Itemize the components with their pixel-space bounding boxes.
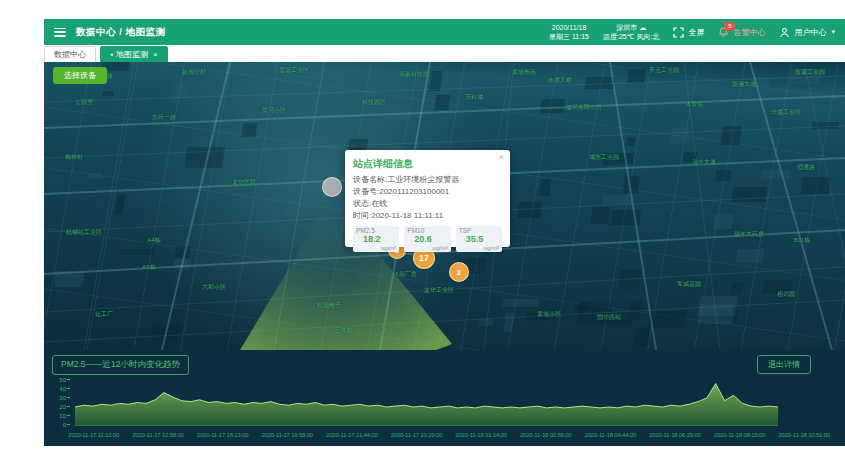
exit-detail-button[interactable]: 退出详情 (757, 355, 811, 374)
fullscreen-icon (673, 27, 684, 38)
trend-chart-panel: PM2.5——近12小时内变化趋势 退出详情 50403020100 2020-… (44, 350, 845, 446)
metric-value: 20.6 (414, 234, 432, 244)
metric-card-tsp: TSP35.5ug/m³ (456, 226, 502, 252)
x-axis-tick-label: 2020-11-17 11:12:00 (68, 432, 119, 438)
tab-bar: 数据中心●地图监测× (44, 46, 845, 62)
x-axis-tick-label: 2020-11-18 08:15:00 (714, 432, 765, 438)
top-header-bar: 数据中心 / 地图监测 2020/11/18 星期三 11:15 深圳市 ☁ 温… (44, 19, 845, 45)
metric-unit: ug/m³ (381, 245, 396, 251)
popup-info-line: 状态:在线 (353, 198, 502, 210)
metric-name: TSP (459, 227, 472, 234)
x-axis-tick-label: 2020-11-17 12:58:00 (132, 432, 183, 438)
tab-close-icon[interactable]: × (153, 50, 158, 59)
metric-name: PM10 (407, 227, 424, 234)
user-icon (779, 27, 790, 38)
cloud-icon: ☁ (639, 24, 646, 31)
station-detail-popup: × 站点详细信息 设备名称:工业环境粉尘报警器设备号:2020111203100… (345, 150, 510, 247)
x-axis-labels: 2020-11-17 11:12:002020-11-17 12:58:0020… (68, 432, 830, 438)
popup-info-lines: 设备名称:工业环境粉尘报警器设备号:2020111203100001状态:在线时… (353, 174, 502, 222)
popup-metrics-row: PM2.518.2ug/m³PM1020.6ug/m³TSP35.5ug/m³ (353, 226, 502, 252)
metric-value: 35.5 (466, 234, 484, 244)
device-marker[interactable] (322, 177, 342, 197)
alarm-center-label: 告警中心 (733, 27, 765, 38)
metric-name: PM2.5 (356, 227, 375, 234)
x-axis-tick-label: 2020-11-18 06:29:00 (649, 432, 700, 438)
x-axis-tick-label: 2020-11-17 18:13:00 (197, 432, 248, 438)
active-tab-dot-icon: ● (110, 52, 113, 57)
x-axis-tick-label: 2020-11-18 01:14:00 (455, 432, 506, 438)
close-icon[interactable]: × (498, 153, 504, 163)
x-axis-tick-label: 2020-11-18 10:51:00 (778, 432, 829, 438)
y-axis-tick-label: 20 (44, 404, 70, 410)
datetime-display: 2020/11/18 星期三 11:15 (549, 23, 589, 42)
y-axis-tick-label: 10 (44, 413, 70, 419)
x-axis-tick-label: 2020-11-17 23:29:00 (391, 432, 442, 438)
date-text: 2020/11/18 (549, 23, 589, 33)
tab-data-center[interactable]: 数据中心 (44, 46, 96, 63)
tab-label: 地图监测 (116, 49, 148, 60)
popup-info-line: 设备号:2020111203100001 (353, 186, 502, 198)
metric-value: 18.2 (363, 234, 381, 244)
select-device-button[interactable]: 选择设备 (53, 67, 107, 84)
tab-map-monitor[interactable]: ●地图监测× (100, 46, 168, 63)
popup-info-line: 设备名称:工业环境粉尘报警器 (353, 174, 502, 186)
popup-info-line: 时间:2020-11-18 11:11:11 (353, 210, 502, 222)
chevron-down-icon[interactable]: ▾ (831, 28, 835, 36)
metric-card-pm25: PM2.518.2ug/m³ (353, 226, 399, 252)
x-axis-tick-label: 2020-11-17 19:58:00 (261, 432, 312, 438)
y-axis-tick-label: 0 (44, 422, 70, 428)
weather-detail-text: 温度:25℃ 风向:北 (603, 32, 659, 42)
pm25-trend-chart[interactable]: 50403020100 2020-11-17 11:12:002020-11-1… (44, 376, 845, 446)
breadcrumb: 数据中心 / 地图监测 (76, 26, 165, 39)
metric-card-pm10: PM1020.6ug/m³ (404, 226, 450, 252)
tab-label: 数据中心 (54, 49, 86, 60)
user-center-button[interactable]: 用户中心 ▾ (779, 27, 835, 38)
popup-title: 站点详细信息 (353, 157, 502, 171)
map-canvas[interactable]: 罗田路新围仔村莲塘工业区高新科技园黄埔雅苑南通天桥开元工业园观澜大道富康工业园公… (44, 62, 845, 350)
area-chart-plot (75, 380, 778, 428)
x-axis-tick-label: 2020-11-17 21:44:00 (326, 432, 377, 438)
weekday-time-text: 星期三 11:15 (549, 32, 589, 42)
fullscreen-button[interactable]: 全屏 (673, 27, 704, 38)
x-axis-tick-label: 2020-11-18 04:44:00 (585, 432, 636, 438)
city-text: 深圳市 (616, 24, 637, 31)
menu-toggle-icon[interactable] (54, 28, 66, 37)
cluster-marker[interactable]: 2 (449, 262, 469, 282)
y-axis-tick-label: 30 (44, 395, 70, 401)
alarm-badge: 5 (724, 22, 735, 31)
user-center-label: 用户中心 (794, 27, 826, 38)
chart-title-badge: PM2.5——近12小时内变化趋势 (52, 355, 189, 375)
y-axis-tick-label: 50 (44, 377, 70, 383)
weather-display: 深圳市 ☁ 温度:25℃ 风向:北 (603, 23, 659, 42)
x-axis-tick-label: 2020-11-18 02:59:00 (520, 432, 571, 438)
metric-unit: ug/m³ (484, 245, 499, 251)
metric-unit: ug/m³ (432, 245, 447, 251)
alarm-center-button[interactable]: 5 告警中心 (718, 27, 765, 38)
y-axis-tick-label: 40 (44, 386, 70, 392)
fullscreen-label: 全屏 (688, 27, 704, 38)
